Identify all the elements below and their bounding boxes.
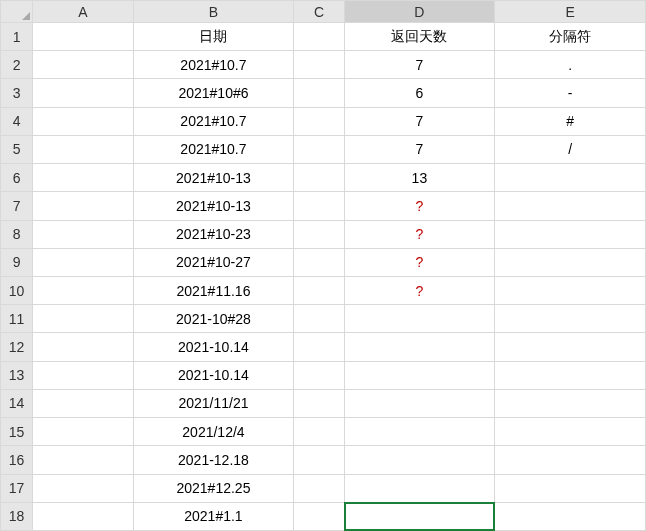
cell[interactable]: 7 bbox=[344, 135, 495, 163]
cell[interactable] bbox=[294, 502, 344, 530]
cell[interactable] bbox=[294, 276, 344, 304]
cell[interactable] bbox=[344, 446, 495, 474]
cell[interactable] bbox=[33, 107, 133, 135]
cell[interactable] bbox=[33, 164, 133, 192]
cell[interactable] bbox=[495, 361, 646, 389]
cell[interactable] bbox=[294, 333, 344, 361]
cell[interactable] bbox=[33, 389, 133, 417]
cell[interactable]: 2021#10-13 bbox=[133, 164, 294, 192]
cell[interactable] bbox=[294, 418, 344, 446]
cell[interactable] bbox=[33, 220, 133, 248]
cell[interactable] bbox=[495, 333, 646, 361]
cell[interactable] bbox=[294, 220, 344, 248]
cell[interactable]: 6 bbox=[344, 79, 495, 107]
cell[interactable]: 2021-10.14 bbox=[133, 333, 294, 361]
cell[interactable] bbox=[495, 220, 646, 248]
cell[interactable]: 2021#1.1 bbox=[133, 502, 294, 530]
cell[interactable]: 2021/12/4 bbox=[133, 418, 294, 446]
cell[interactable] bbox=[33, 276, 133, 304]
cell[interactable] bbox=[495, 474, 646, 502]
cell[interactable] bbox=[294, 135, 344, 163]
row-header[interactable]: 13 bbox=[1, 361, 33, 389]
cell[interactable] bbox=[344, 474, 495, 502]
row-header[interactable]: 12 bbox=[1, 333, 33, 361]
col-header-D[interactable]: D bbox=[344, 1, 495, 23]
cell[interactable]: 2021#10#6 bbox=[133, 79, 294, 107]
cell[interactable] bbox=[294, 389, 344, 417]
row-header[interactable]: 2 bbox=[1, 51, 33, 79]
cell[interactable] bbox=[344, 502, 495, 530]
cell[interactable] bbox=[294, 474, 344, 502]
cell[interactable] bbox=[294, 248, 344, 276]
cell-header-days[interactable]: 返回天数 bbox=[344, 23, 495, 51]
cell[interactable]: 2021#10.7 bbox=[133, 107, 294, 135]
row-header[interactable]: 16 bbox=[1, 446, 33, 474]
cell[interactable] bbox=[33, 79, 133, 107]
spreadsheet-grid[interactable]: A B C D E 1日期返回天数分隔符22021#10.77.32021#10… bbox=[0, 0, 646, 531]
cell[interactable]: 2021#10-23 bbox=[133, 220, 294, 248]
cell[interactable]: 2021-10.14 bbox=[133, 361, 294, 389]
row-header[interactable]: 1 bbox=[1, 23, 33, 51]
cell[interactable]: # bbox=[495, 107, 646, 135]
row-header[interactable]: 9 bbox=[1, 248, 33, 276]
col-header-E[interactable]: E bbox=[495, 1, 646, 23]
cell[interactable]: 7 bbox=[344, 107, 495, 135]
cell[interactable]: / bbox=[495, 135, 646, 163]
row-header[interactable]: 14 bbox=[1, 389, 33, 417]
col-header-C[interactable]: C bbox=[294, 1, 344, 23]
cell[interactable] bbox=[294, 192, 344, 220]
cell[interactable] bbox=[495, 502, 646, 530]
cell[interactable]: 2021#10.7 bbox=[133, 51, 294, 79]
cell[interactable]: 2021#11.16 bbox=[133, 276, 294, 304]
cell[interactable] bbox=[33, 248, 133, 276]
row-header[interactable]: 6 bbox=[1, 164, 33, 192]
cell[interactable] bbox=[294, 305, 344, 333]
cell[interactable]: 13 bbox=[344, 164, 495, 192]
cell[interactable] bbox=[294, 23, 344, 51]
cell[interactable] bbox=[33, 305, 133, 333]
cell-header-date[interactable]: 日期 bbox=[133, 23, 294, 51]
cell[interactable]: 2021-10#28 bbox=[133, 305, 294, 333]
row-header[interactable]: 4 bbox=[1, 107, 33, 135]
cell[interactable] bbox=[495, 446, 646, 474]
cell[interactable]: ? bbox=[344, 192, 495, 220]
cell[interactable] bbox=[33, 446, 133, 474]
cell[interactable] bbox=[294, 79, 344, 107]
cell[interactable] bbox=[344, 389, 495, 417]
cell[interactable]: 2021-12.18 bbox=[133, 446, 294, 474]
col-header-B[interactable]: B bbox=[133, 1, 294, 23]
cell[interactable] bbox=[33, 51, 133, 79]
col-header-A[interactable]: A bbox=[33, 1, 133, 23]
cell[interactable] bbox=[294, 361, 344, 389]
cell[interactable] bbox=[495, 164, 646, 192]
cell[interactable]: ? bbox=[344, 220, 495, 248]
cell[interactable] bbox=[294, 107, 344, 135]
cell[interactable] bbox=[344, 333, 495, 361]
cell[interactable] bbox=[495, 192, 646, 220]
cell[interactable] bbox=[33, 23, 133, 51]
cell[interactable] bbox=[33, 361, 133, 389]
cell[interactable]: 2021#12.25 bbox=[133, 474, 294, 502]
cell[interactable]: ? bbox=[344, 248, 495, 276]
cell[interactable] bbox=[33, 333, 133, 361]
row-header[interactable]: 5 bbox=[1, 135, 33, 163]
cell[interactable] bbox=[495, 248, 646, 276]
row-header[interactable]: 11 bbox=[1, 305, 33, 333]
cell[interactable]: 7 bbox=[344, 51, 495, 79]
cell[interactable]: 2021#10-27 bbox=[133, 248, 294, 276]
cell[interactable]: 2021#10-13 bbox=[133, 192, 294, 220]
select-all-corner[interactable] bbox=[1, 1, 33, 23]
cell[interactable]: 2021#10.7 bbox=[133, 135, 294, 163]
cell[interactable] bbox=[33, 502, 133, 530]
cell[interactable] bbox=[495, 389, 646, 417]
cell[interactable]: . bbox=[495, 51, 646, 79]
cell[interactable] bbox=[344, 305, 495, 333]
cell[interactable] bbox=[294, 446, 344, 474]
row-header[interactable]: 17 bbox=[1, 474, 33, 502]
cell[interactable] bbox=[33, 418, 133, 446]
row-header[interactable]: 18 bbox=[1, 502, 33, 530]
row-header[interactable]: 15 bbox=[1, 418, 33, 446]
cell[interactable] bbox=[33, 135, 133, 163]
row-header[interactable]: 10 bbox=[1, 276, 33, 304]
cell[interactable] bbox=[294, 51, 344, 79]
